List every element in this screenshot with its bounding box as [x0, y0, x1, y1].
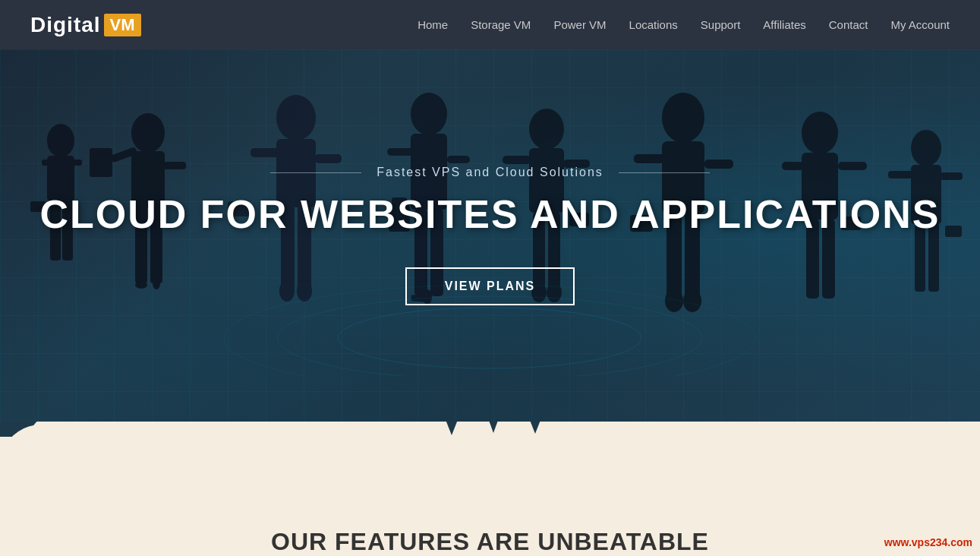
features-title: OUR FEATURES ARE UNBEATABLE [15, 528, 965, 556]
svg-rect-19 [315, 154, 342, 163]
nav-item-my-account[interactable]: My Account [890, 18, 950, 32]
navbar: Digital VM Home Storage VM Power VM Loca… [0, 0, 980, 49]
nav-links: Home Storage VM Power VM Locations Suppo… [418, 18, 950, 32]
svg-point-68 [277, 296, 702, 376]
svg-rect-2 [42, 160, 53, 166]
hero-subtitle: Fastest VPS and Cloud Solutions [39, 166, 940, 179]
svg-rect-3 [71, 160, 82, 166]
cloud-svg [0, 422, 980, 513]
watermark: www.vps234.com [884, 536, 972, 548]
cloud-section [0, 422, 980, 513]
hero-title: CLOUD FOR WEBSITES AND APPLICATIONS [39, 193, 940, 236]
hero-content: Fastest VPS and Cloud Solutions CLOUD FO… [39, 166, 940, 305]
features-section: OUR FEATURES ARE UNBEATABLE The fastest … [0, 513, 980, 556]
nav-link-home[interactable]: Home [418, 18, 448, 31]
svg-point-67 [338, 308, 641, 368]
nav-item-storage-vm[interactable]: Storage VM [471, 18, 531, 32]
svg-rect-37 [503, 156, 531, 164]
nav-item-home[interactable]: Home [418, 18, 448, 32]
nav-item-locations[interactable]: Locations [629, 18, 678, 32]
svg-point-7 [131, 113, 165, 153]
nav-link-power-vm[interactable]: Power VM [553, 18, 606, 31]
view-plans-button[interactable]: VIEW PLANS [405, 267, 575, 305]
nav-link-affiliates[interactable]: Affiliates [763, 18, 805, 31]
nav-link-support[interactable]: Support [701, 18, 741, 31]
svg-point-53 [802, 112, 838, 154]
nav-link-my-account[interactable]: My Account [890, 18, 950, 31]
nav-link-locations[interactable]: Locations [629, 18, 678, 31]
svg-rect-66 [945, 226, 962, 237]
svg-rect-27 [387, 148, 414, 156]
svg-rect-28 [447, 156, 470, 163]
logo[interactable]: Digital VM [30, 13, 141, 37]
logo-text: Digital [30, 13, 101, 37]
nav-item-affiliates[interactable]: Affiliates [763, 18, 805, 32]
svg-rect-46 [634, 154, 664, 163]
nav-item-power-vm[interactable]: Power VM [553, 18, 606, 32]
svg-rect-18 [251, 148, 279, 157]
svg-point-0 [47, 124, 74, 157]
nav-link-storage-vm[interactable]: Storage VM [471, 18, 531, 31]
nav-item-contact[interactable]: Contact [829, 18, 868, 32]
nav-item-support[interactable]: Support [701, 18, 741, 32]
svg-point-60 [911, 130, 941, 166]
svg-point-25 [411, 93, 447, 135]
svg-rect-63 [940, 172, 963, 180]
svg-point-44 [662, 93, 704, 143]
nav-link-contact[interactable]: Contact [829, 18, 868, 31]
logo-badge: VM [104, 14, 141, 36]
hero-section: Fastest VPS and Cloud Solutions CLOUD FO… [0, 49, 980, 422]
svg-point-16 [276, 95, 316, 141]
svg-point-35 [529, 109, 564, 150]
